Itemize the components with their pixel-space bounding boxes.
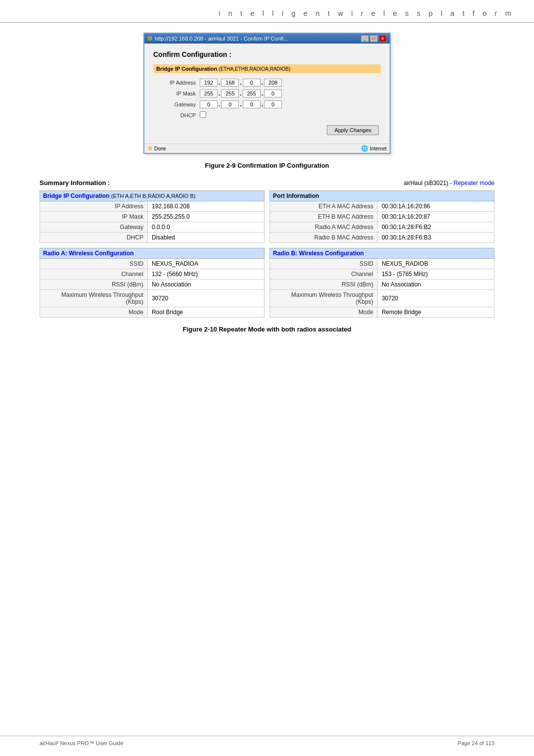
radio-a-row-label: RSSI (dBm) xyxy=(40,280,148,290)
internet-icon: 🌐 xyxy=(361,145,368,152)
repeater-mode-link[interactable]: Repeater mode xyxy=(453,180,494,187)
apply-row: Apply Changes xyxy=(153,121,381,137)
dhcp-checkbox-cell[interactable] xyxy=(198,110,381,121)
bridge-row-label: IP Address xyxy=(40,201,148,212)
browser-window: ⚙ http://192.168.0.208 - airHaul 3021 - … xyxy=(143,33,391,154)
ip-d-field[interactable] xyxy=(264,79,282,87)
radio-b-row-value: 153 - (5765 MHz) xyxy=(377,269,494,280)
radio-tables: Radio A: Wireless Configuration SSID NEX… xyxy=(40,248,494,318)
figure9-caption: Figure 2-9 Confirmation IP Configuration xyxy=(40,162,494,169)
figure10-caption: Figure 2-10 Repeater Mode with both radi… xyxy=(40,326,494,333)
mask-b-field[interactable] xyxy=(221,90,239,97)
ip-b-field[interactable] xyxy=(221,79,239,87)
port-row: ETH A MAC Address 00:30:1A:16:20:86 xyxy=(270,201,494,212)
bridge-row-label: IP Mask xyxy=(40,212,148,222)
summary-header: Summary Information : airHaul (sB3021) -… xyxy=(40,179,494,187)
bridge-header-subtitle: (ETH A,ETH B,RADIO A,RADIO B) xyxy=(111,193,196,199)
device-info: airHaul (sB3021) - Repeater mode xyxy=(404,180,494,187)
page-header: i n t e l l i g e n t w i r e l e s s p … xyxy=(0,0,534,23)
internet-text: Internet xyxy=(370,146,387,151)
radio-a-row-value: 132 - (5660 MHz) xyxy=(147,269,264,280)
radio-a-row-label: SSID xyxy=(40,259,148,269)
ip-a-field[interactable] xyxy=(200,79,218,87)
bridge-row-value: 0.0.0.0 xyxy=(147,222,264,233)
gw-b-field[interactable] xyxy=(221,100,239,108)
radio-a-row-label: Mode xyxy=(40,307,148,318)
dot4: . xyxy=(218,90,221,97)
ip-address-fields[interactable]: . . . xyxy=(198,77,381,88)
port-row: Radio B MAC Address 00:30:1A:28:F6:B3 xyxy=(270,233,494,243)
port-row-value: 00:30:1A:16:20:86 xyxy=(377,201,494,212)
radio-a-row: Channel 132 - (5660 MHz) xyxy=(40,269,265,280)
dot1: . xyxy=(218,79,221,86)
radio-b-row-value: Remote Bridge xyxy=(377,307,494,318)
mask-a-field[interactable] xyxy=(200,90,218,97)
gw-d-field[interactable] xyxy=(264,100,282,108)
bridge-row-label: Gateway xyxy=(40,222,148,233)
maximize-button[interactable]: □ xyxy=(370,35,378,42)
radio-b-row-label: Mode xyxy=(270,307,378,318)
titlebar-left: ⚙ http://192.168.0.208 - airHaul 3021 - … xyxy=(147,35,288,42)
gw-c-field[interactable] xyxy=(243,100,261,108)
bridge-section-label: Bridge IP Configuration xyxy=(156,66,217,72)
radio-b-row-value: No Association xyxy=(377,280,494,290)
ip-mask-fields[interactable]: . . . xyxy=(198,88,381,99)
bridge-table-wrapper: Bridge IP Configuration (ETH A,ETH B,RAD… xyxy=(40,190,265,243)
ip-c-field[interactable] xyxy=(243,79,261,87)
radio-a-row-value: Root Bridge xyxy=(147,307,264,318)
footer-right: Page 24 of 113 xyxy=(457,740,494,746)
bridge-row: DHCP Disabled xyxy=(40,233,265,243)
port-row: ETH B MAC Address 00:30:1A:16:20:87 xyxy=(270,212,494,222)
close-button[interactable]: ✕ xyxy=(379,35,387,42)
radio-a-row-value: No Association xyxy=(147,280,264,290)
radio-a-table: Radio A: Wireless Configuration SSID NEX… xyxy=(40,248,265,318)
status-done: ⚙ Done xyxy=(147,145,166,152)
port-row-value: 00:30:1A:28:F6:B2 xyxy=(377,222,494,233)
mask-c-field[interactable] xyxy=(243,90,261,97)
summary-tables: Bridge IP Configuration (ETH A,ETH B,RAD… xyxy=(40,190,494,243)
apply-changes-button[interactable]: Apply Changes xyxy=(327,125,379,135)
radio-b-row-value: NEXUS_RADIOB xyxy=(377,259,494,269)
footer-left: airHaul² Nexus PRO™ User Guide xyxy=(40,740,123,746)
dot7: . xyxy=(218,101,221,108)
ip-mask-label: IP Mask xyxy=(153,88,198,99)
browser-controls[interactable]: _ □ ✕ xyxy=(361,35,387,42)
gw-a-field[interactable] xyxy=(200,100,218,108)
radio-b-header: Radio B: Wireless Configuration xyxy=(270,248,494,259)
radio-b-row-label: Maximum Wireless Throughput (Kbps) xyxy=(270,290,378,307)
mask-d-field[interactable] xyxy=(264,90,282,97)
browser-titlebar: ⚙ http://192.168.0.208 - airHaul 3021 - … xyxy=(144,34,390,44)
done-text: Done xyxy=(154,146,166,151)
radio-b-wrapper: Radio B: Wireless Configuration SSID NEX… xyxy=(269,248,494,318)
dot8: . xyxy=(239,101,242,108)
port-row-value: 00:30:1A:28:F6:B3 xyxy=(377,233,494,243)
radio-a-row: SSID NEXUS_RADIOA xyxy=(40,259,265,269)
radio-b-table: Radio B: Wireless Configuration SSID NEX… xyxy=(269,248,494,318)
bridge-table: Bridge IP Configuration (ETH A,ETH B,RAD… xyxy=(40,190,265,243)
dot5: . xyxy=(239,90,242,97)
dot9: . xyxy=(261,101,264,108)
main-content: ⚙ http://192.168.0.208 - airHaul 3021 - … xyxy=(0,23,534,363)
radio-b-row: Maximum Wireless Throughput (Kbps) 30720 xyxy=(270,290,494,307)
browser-icon: ⚙ xyxy=(147,35,153,42)
minimize-button[interactable]: _ xyxy=(361,35,369,42)
dhcp-checkbox[interactable] xyxy=(200,111,206,118)
radio-b-row-label: RSSI (dBm) xyxy=(270,280,378,290)
radio-a-row-label: Channel xyxy=(40,269,148,280)
gateway-label: Gateway xyxy=(153,99,198,110)
gateway-fields[interactable]: . . . xyxy=(198,99,381,110)
radio-a-row-label: Maximum Wireless Throughput (Kbps) xyxy=(40,290,148,307)
bridge-row-value: Disabled xyxy=(147,233,264,243)
radio-a-header: Radio A: Wireless Configuration xyxy=(40,248,265,259)
bridge-section-subtitle: (ETHA,ETHB,RADIOA,RADIOB) xyxy=(219,66,290,72)
dot2: . xyxy=(239,79,242,86)
bridge-row: IP Address 192.168.0.208 xyxy=(40,201,265,212)
bridge-row-label: DHCP xyxy=(40,233,148,243)
dhcp-row: DHCP xyxy=(153,110,381,121)
port-row-label: Radio B MAC Address xyxy=(270,233,378,243)
port-header-label: Port Information xyxy=(273,192,319,199)
port-row-label: ETH A MAC Address xyxy=(270,201,378,212)
done-icon: ⚙ xyxy=(147,145,153,152)
port-row: Radio A MAC Address 00:30:1A:28:F6:B2 xyxy=(270,222,494,233)
radio-b-row: Channel 153 - (5765 MHz) xyxy=(270,269,494,280)
